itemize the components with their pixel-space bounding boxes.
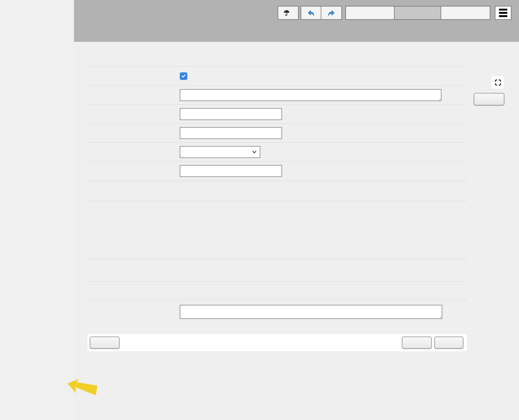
safe-mode-button[interactable] <box>278 6 299 20</box>
interval-input[interactable] <box>180 165 282 177</box>
form-row-start-date <box>87 123 467 142</box>
form-row-interval <box>87 161 467 180</box>
form-row-name <box>87 104 467 123</box>
fullscreen-icon <box>494 79 502 86</box>
expand-button[interactable] <box>492 76 504 89</box>
form-row-start-time <box>87 142 467 161</box>
tab-terminal[interactable] <box>441 6 490 20</box>
undo-icon <box>307 9 315 17</box>
tab-webfig[interactable] <box>395 6 441 20</box>
header-bar <box>74 0 519 42</box>
redo-button[interactable] <box>321 6 342 20</box>
form-row-comment <box>87 85 467 104</box>
comment-input[interactable] <box>180 89 441 101</box>
toolbar <box>278 6 511 20</box>
form-row-on-event <box>87 301 467 323</box>
history-buttons <box>301 6 342 20</box>
form-row-policy <box>87 201 467 258</box>
ok-button[interactable] <box>434 337 463 349</box>
main-area <box>74 0 519 420</box>
apply-button[interactable] <box>402 337 432 349</box>
undo-button[interactable] <box>301 6 321 20</box>
form-row-run-count <box>87 260 467 281</box>
chevron-down-icon <box>252 150 257 154</box>
view-tabs <box>345 6 490 20</box>
remove-button[interactable] <box>474 93 504 105</box>
schedule-form <box>87 66 467 323</box>
name-input[interactable] <box>180 108 282 120</box>
content-panel <box>74 66 519 420</box>
action-bar <box>87 334 467 352</box>
redo-icon <box>327 9 335 17</box>
check-icon <box>181 74 186 78</box>
form-row-owner <box>87 182 467 201</box>
tab-quick-set[interactable] <box>345 6 395 20</box>
hamburger-icon <box>499 9 507 11</box>
sidebar <box>0 0 74 420</box>
hamburger-menu-button[interactable] <box>495 6 511 20</box>
policy-options <box>180 229 225 231</box>
on-event-input[interactable] <box>180 305 442 319</box>
start-time-select[interactable] <box>180 146 260 158</box>
form-row-enabled <box>87 66 467 85</box>
start-date-input[interactable] <box>180 127 282 139</box>
cancel-button[interactable] <box>90 337 120 349</box>
enabled-checkbox[interactable] <box>180 72 187 80</box>
umbrella-icon <box>283 9 290 17</box>
form-row-next-run <box>87 281 467 299</box>
